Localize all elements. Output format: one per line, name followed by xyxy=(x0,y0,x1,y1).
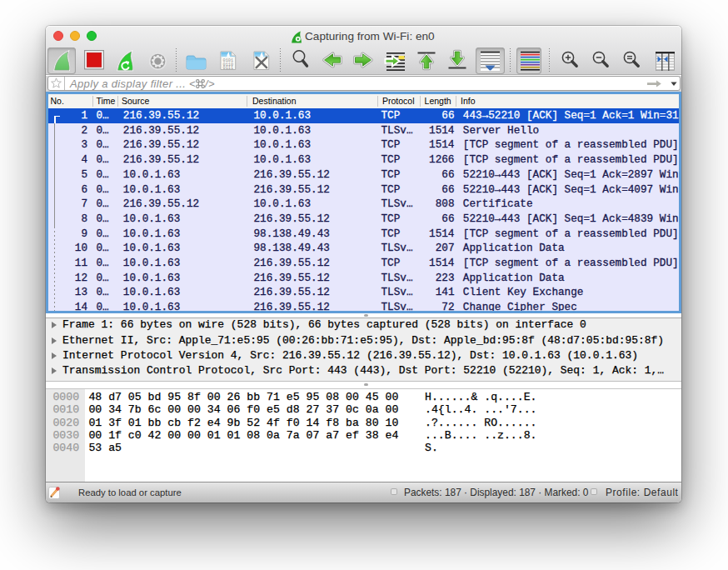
svg-text:0111: 0111 xyxy=(223,66,234,71)
